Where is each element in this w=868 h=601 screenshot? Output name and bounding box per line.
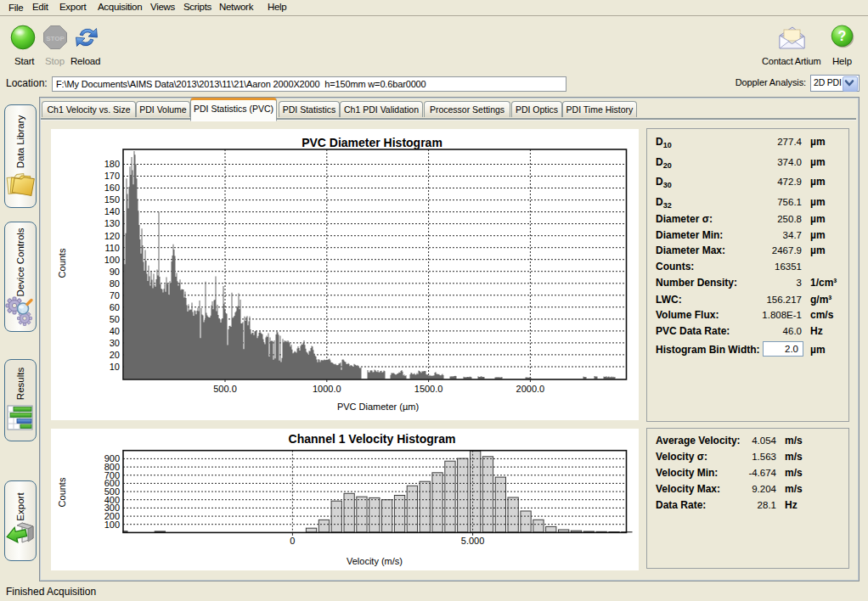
svg-text:100: 100 [104, 255, 120, 265]
svg-text:50: 50 [110, 314, 120, 324]
svg-text:Counts: Counts [57, 248, 67, 278]
svg-text:500.0: 500.0 [213, 384, 237, 394]
svg-text:900: 900 [104, 453, 120, 463]
svg-text:120: 120 [104, 231, 120, 241]
svg-text:5.000: 5.000 [461, 536, 485, 546]
svg-text:30: 30 [110, 338, 120, 348]
svg-text:2000.0: 2000.0 [516, 384, 545, 394]
svg-text:Velocity (m/s): Velocity (m/s) [347, 556, 403, 566]
svg-text:130: 130 [104, 218, 120, 228]
svg-text:10: 10 [110, 362, 120, 372]
svg-text:40: 40 [110, 326, 120, 336]
svg-text:160: 160 [104, 183, 120, 193]
svg-text:1500.0: 1500.0 [414, 384, 443, 394]
svg-text:1000.0: 1000.0 [313, 384, 341, 394]
svg-text:PVC Diameter (µm): PVC Diameter (µm) [337, 402, 419, 412]
svg-text:80: 80 [110, 278, 120, 289]
svg-text:60: 60 [110, 302, 120, 312]
svg-text:170: 170 [104, 171, 120, 181]
svg-text:140: 140 [104, 206, 120, 216]
svg-text:70: 70 [110, 290, 120, 300]
svg-text:180: 180 [104, 159, 120, 169]
svg-text:150: 150 [104, 194, 120, 205]
svg-text:Counts: Counts [57, 477, 67, 507]
svg-text:STOP: STOP [46, 35, 65, 42]
svg-text:90: 90 [110, 267, 120, 277]
svg-text:110: 110 [104, 243, 120, 253]
svg-text:?: ? [838, 29, 847, 43]
svg-text:Channel 1 Velocity Histogram: Channel 1 Velocity Histogram [289, 432, 456, 446]
svg-text:PVC Diameter Histogram: PVC Diameter Histogram [302, 136, 442, 149]
svg-text:20: 20 [110, 350, 120, 360]
svg-text:0: 0 [290, 536, 295, 546]
